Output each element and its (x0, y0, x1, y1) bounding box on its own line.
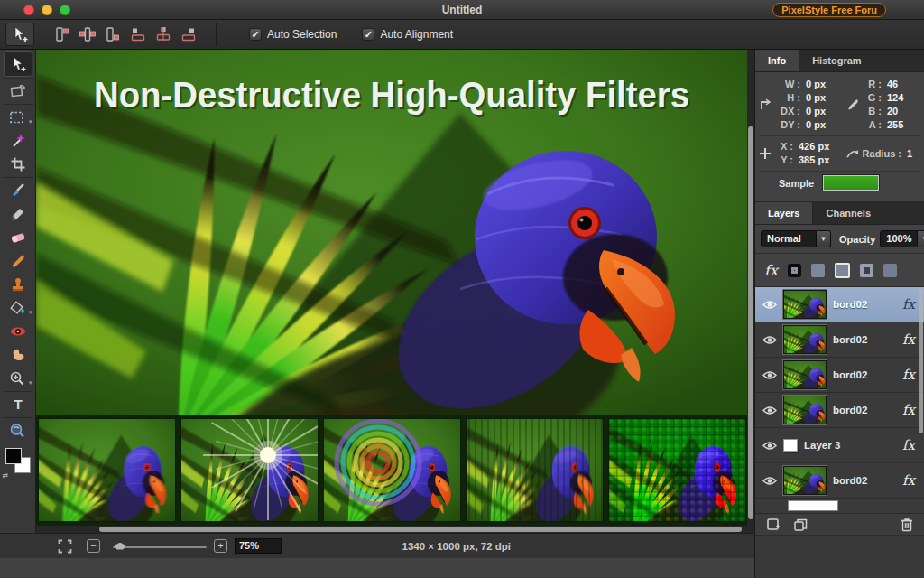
document-canvas[interactable]: Non-Destructive High-Quality Filters Non… (36, 50, 747, 415)
tool-eyedropper[interactable] (4, 249, 32, 273)
layer-fx-button[interactable]: fx (902, 331, 915, 348)
auto-selection-checkbox[interactable]: ✓ Auto Selection (249, 28, 337, 41)
layer-thumbnail[interactable] (783, 325, 827, 354)
zoom-slider[interactable] (113, 540, 207, 553)
canvas-horizontal-scrollbar[interactable] (36, 526, 754, 533)
horizontal-scroll-thumb[interactable] (99, 527, 742, 532)
layer-thumbnail[interactable] (783, 439, 798, 452)
swap-colors-icon[interactable]: ⇄ (3, 471, 9, 480)
layer-fx-button[interactable]: fx (902, 402, 915, 418)
tool-smudge[interactable] (4, 343, 32, 367)
filter-thumbnail-streak-extrude[interactable] (466, 418, 604, 522)
delete-layer-trash-icon[interactable] (901, 517, 913, 532)
zoom-percentage-field[interactable]: 75% (235, 538, 282, 554)
tool-crop[interactable] (4, 153, 32, 176)
layer-style-button-1[interactable] (788, 264, 801, 277)
layer-name[interactable]: bord02 (833, 475, 896, 486)
filter-thumbnail-motion-blur[interactable] (38, 418, 176, 522)
opacity-dropdown-arrow[interactable]: ▼ (918, 230, 924, 247)
layer-thumbnail[interactable] (783, 396, 827, 424)
zoom-slider-track[interactable] (113, 546, 207, 548)
blend-mode-dropdown[interactable]: Normal (761, 230, 817, 247)
tool-pencil[interactable] (4, 202, 32, 226)
tool-effects-magnifier[interactable] (4, 419, 32, 443)
layer-name[interactable]: bord02 (833, 405, 896, 415)
tool-marquee-select[interactable]: ▾ (4, 106, 32, 129)
tool-move[interactable] (4, 51, 32, 77)
tab-channels[interactable]: Channels (813, 202, 883, 224)
layer-row[interactable]: bord02 fx (755, 358, 924, 393)
layer-row[interactable]: bord02 fx (755, 322, 924, 358)
zoom-out-button[interactable]: − (87, 539, 100, 553)
layer-row[interactable]: bord02 fx (755, 393, 924, 428)
align-center-horizontal-button[interactable] (75, 23, 100, 46)
fit-to-screen-icon[interactable] (58, 539, 72, 554)
layer-name[interactable]: Layer 3 (804, 440, 896, 451)
layer-thumbnail[interactable] (788, 500, 838, 511)
visibility-eye-icon[interactable] (762, 476, 777, 486)
tool-transform[interactable] (4, 79, 32, 103)
filter-thumbnail-mosaic-pixelate[interactable] (608, 418, 746, 522)
pixelstyle-badge[interactable]: PixelStyle Free Foru (772, 3, 886, 17)
align-left-button[interactable] (50, 23, 75, 46)
align-right-button[interactable] (100, 23, 125, 46)
layer-style-button-3[interactable] (835, 263, 850, 278)
layer-row[interactable]: Layer 3 fx (755, 428, 924, 463)
eraser-icon (10, 229, 26, 246)
opacity-dropdown[interactable]: 100% (880, 230, 918, 247)
tool-magic-wand[interactable] (4, 129, 32, 153)
color-eyedropper-icon (845, 98, 860, 112)
checkbox-box[interactable]: ✓ (249, 28, 262, 41)
visibility-eye-icon[interactable] (762, 300, 777, 310)
visibility-eye-icon[interactable] (762, 406, 777, 415)
tab-layers[interactable]: Layers (755, 202, 813, 224)
vertical-scroll-thumb[interactable] (748, 126, 753, 519)
layer-name[interactable]: bord02 (833, 299, 896, 310)
layer-name[interactable]: bord02 (833, 334, 896, 345)
layer-row-partial[interactable] (755, 499, 924, 513)
visibility-eye-icon[interactable] (762, 441, 777, 451)
filter-thumbnail-rainbow-glow[interactable] (323, 418, 461, 522)
tool-text[interactable]: T (4, 393, 32, 416)
canvas-vertical-scrollbar[interactable] (747, 50, 754, 526)
layer-style-button-2[interactable] (811, 264, 825, 277)
filter-thumbnail-zoom-rays[interactable] (180, 418, 319, 522)
layer-thumbnail[interactable] (783, 360, 827, 389)
foreground-color-swatch[interactable] (5, 448, 22, 464)
layer-style-button-4[interactable] (860, 264, 873, 277)
tool-brush[interactable] (4, 179, 32, 202)
visibility-eye-icon[interactable] (762, 335, 777, 345)
tab-info[interactable]: Info (755, 50, 799, 71)
checkbox-box[interactable]: ✓ (362, 28, 374, 41)
sample-color-swatch[interactable] (823, 175, 879, 191)
tool-paint-bucket[interactable]: ▾ (4, 296, 32, 320)
separator (3, 78, 33, 79)
tool-clone-stamp[interactable] (4, 273, 32, 296)
layer-thumbnail[interactable] (783, 466, 827, 495)
current-tool-indicator[interactable] (5, 23, 34, 46)
layer-thumbnail[interactable] (783, 290, 827, 319)
tool-zoom[interactable]: ▾ (4, 367, 32, 390)
layer-fx-button[interactable]: fx (902, 437, 915, 453)
visibility-eye-icon[interactable] (762, 370, 777, 380)
layers-scrollbar-thumb[interactable] (919, 289, 923, 434)
layer-row[interactable]: bord02 fx (755, 463, 924, 499)
auto-alignment-checkbox[interactable]: ✓ Auto Alignment (362, 28, 453, 41)
layer-fx-button[interactable]: fx (902, 472, 915, 489)
tool-red-eye[interactable] (4, 320, 32, 343)
align-bottom-button[interactable] (176, 23, 201, 46)
new-layer-icon[interactable] (766, 517, 781, 532)
tool-eraser[interactable] (4, 226, 32, 249)
layer-row[interactable]: bord02 fx (755, 287, 924, 322)
tab-histogram[interactable]: Histogram (799, 50, 873, 71)
zoom-slider-thumb[interactable] (115, 543, 125, 550)
align-top-button[interactable] (125, 23, 151, 46)
align-middle-vertical-button[interactable] (151, 23, 176, 46)
layer-style-button-5[interactable] (883, 264, 897, 277)
zoom-in-button[interactable]: + (214, 539, 227, 553)
layer-fx-button[interactable]: fx (902, 367, 915, 383)
blend-mode-dropdown-arrow[interactable]: ▼ (817, 230, 831, 247)
duplicate-layer-icon[interactable] (793, 517, 808, 532)
layer-fx-button[interactable]: fx (902, 296, 915, 312)
layer-name[interactable]: bord02 (833, 369, 896, 380)
